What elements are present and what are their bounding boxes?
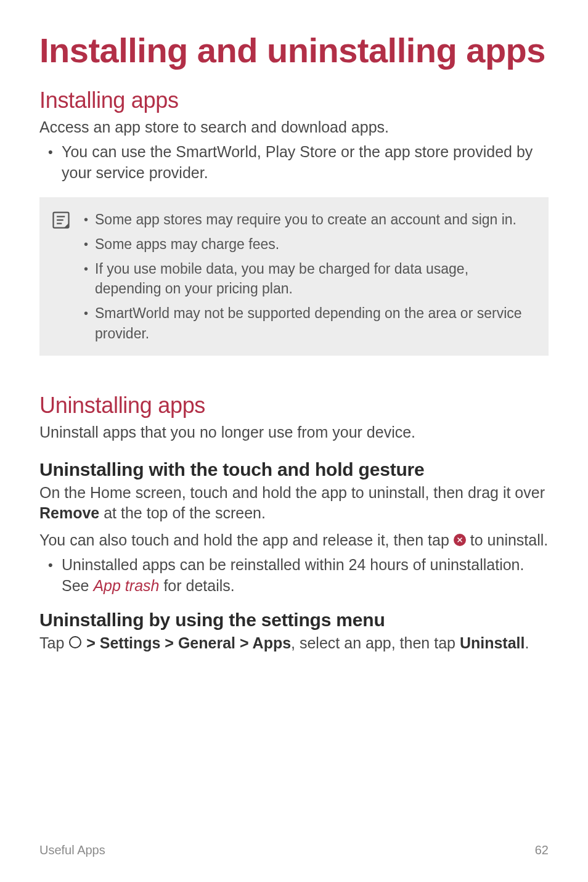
svg-point-6: [70, 637, 81, 648]
note-list: Some app stores may require you to creat…: [79, 210, 534, 343]
touchhold-bullets: Uninstalled apps can be reinstalled with…: [39, 555, 549, 597]
footer-page-number: 62: [535, 843, 549, 857]
installing-intro: Access an app store to search and downlo…: [39, 117, 549, 138]
subsec-touchhold-heading: Uninstalling with the touch and hold ges…: [39, 459, 549, 480]
path-settings: Settings: [100, 634, 161, 651]
text: >: [160, 634, 178, 651]
settings-path: Tap > Settings > General > Apps, select …: [39, 633, 549, 655]
uninstalling-intro: Uninstall apps that you no longer use fr…: [39, 422, 549, 443]
remove-label: Remove: [39, 504, 99, 521]
text: You can also touch and hold the app and …: [39, 531, 454, 549]
uninstall-label: Uninstall: [460, 634, 525, 651]
note-box: Some app stores may require you to creat…: [39, 197, 549, 356]
text: >: [82, 634, 100, 651]
text: for details.: [159, 577, 234, 594]
close-icon: [454, 534, 466, 546]
path-general: General: [178, 634, 235, 651]
text: .: [525, 634, 529, 651]
page-footer: Useful Apps 62: [39, 825, 549, 857]
list-item: You can use the SmartWorld, Play Store o…: [39, 142, 549, 184]
text: at the top of the screen.: [99, 504, 266, 521]
section-uninstalling-heading: Uninstalling apps: [39, 393, 549, 419]
touchhold-p2: You can also touch and hold the app and …: [39, 530, 549, 551]
text: Tap: [39, 634, 68, 651]
section-installing-heading: Installing apps: [39, 88, 549, 113]
installing-bullets: You can use the SmartWorld, Play Store o…: [39, 142, 549, 184]
list-item: If you use mobile data, you may be charg…: [79, 259, 534, 298]
list-item: SmartWorld may not be supported dependin…: [79, 303, 534, 343]
home-touch-icon: [68, 634, 82, 655]
text: >: [235, 634, 253, 651]
text: On the Home screen, touch and hold the a…: [39, 484, 545, 501]
list-item: Uninstalled apps can be reinstalled with…: [39, 555, 549, 597]
list-item: Some app stores may require you to creat…: [79, 210, 534, 229]
list-item: Some apps may charge fees.: [79, 234, 534, 254]
text: , select an app, then tap: [291, 634, 460, 651]
page-title: Installing and uninstalling apps: [39, 31, 549, 70]
footer-section: Useful Apps: [39, 843, 105, 857]
touchhold-p1: On the Home screen, touch and hold the a…: [39, 483, 549, 525]
path-apps: Apps: [253, 634, 292, 651]
app-trash-link[interactable]: App trash: [93, 577, 159, 594]
subsec-settings-heading: Uninstalling by using the settings menu: [39, 610, 549, 631]
note-icon: [52, 211, 70, 229]
text: to uninstall.: [466, 531, 548, 549]
